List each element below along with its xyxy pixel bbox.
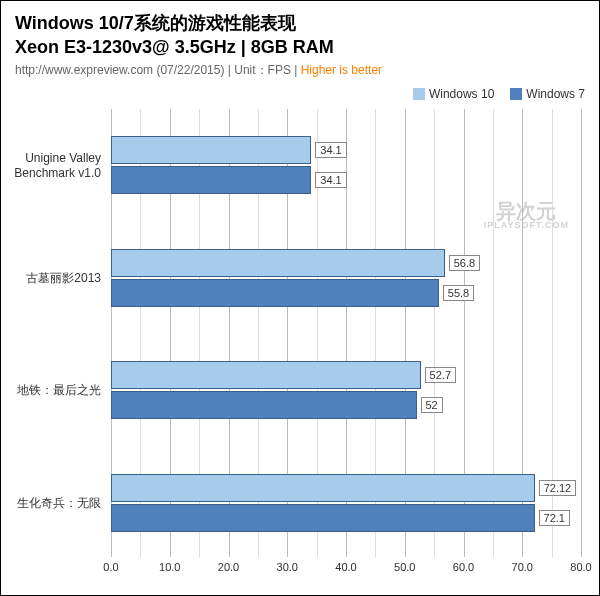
category-label: Unigine ValleyBenchmark v1.0 bbox=[14, 151, 101, 180]
bar-windows7 bbox=[111, 391, 417, 419]
grid-line bbox=[581, 109, 582, 557]
bar-windows7 bbox=[111, 504, 535, 532]
chart-legend: Windows 10 Windows 7 bbox=[15, 87, 585, 101]
bar-value-label: 56.8 bbox=[449, 255, 480, 271]
chart-subtitle: http://www.expreview.com (07/22/2015) | … bbox=[15, 62, 585, 79]
bar-value-label: 55.8 bbox=[443, 285, 474, 301]
legend-label-w10: Windows 10 bbox=[429, 87, 494, 101]
bar-value-label: 34.1 bbox=[315, 142, 346, 158]
bar-windows10 bbox=[111, 136, 311, 164]
x-axis-labels: 0.010.020.030.040.050.060.070.080.0 bbox=[111, 561, 579, 577]
x-tick-label: 40.0 bbox=[335, 561, 356, 573]
bar-windows10 bbox=[111, 361, 421, 389]
legend-item-w10: Windows 10 bbox=[413, 87, 494, 101]
bar-windows7 bbox=[111, 166, 311, 194]
category-label: 古墓丽影2013 bbox=[26, 271, 101, 285]
bar-windows10 bbox=[111, 249, 445, 277]
x-tick-label: 10.0 bbox=[159, 561, 180, 573]
legend-swatch-w10 bbox=[413, 88, 425, 100]
x-tick-label: 60.0 bbox=[453, 561, 474, 573]
x-tick-label: 50.0 bbox=[394, 561, 415, 573]
plot-area: 34.134.156.855.852.75272.1272.1 bbox=[111, 109, 579, 557]
chart-title-line1: Windows 10/7系统的游戏性能表现 bbox=[15, 11, 585, 35]
y-axis-labels: Unigine ValleyBenchmark v1.0古墓丽影2013地铁：最… bbox=[1, 109, 107, 557]
x-tick-label: 70.0 bbox=[512, 561, 533, 573]
x-tick-label: 0.0 bbox=[103, 561, 118, 573]
subtitle-text: http://www.expreview.com (07/22/2015) | … bbox=[15, 63, 301, 77]
x-tick-label: 30.0 bbox=[277, 561, 298, 573]
chart-container: Windows 10/7系统的游戏性能表现 Xeon E3-1230v3@ 3.… bbox=[0, 0, 600, 596]
legend-item-w7: Windows 7 bbox=[510, 87, 585, 101]
category-label: 生化奇兵：无限 bbox=[17, 496, 101, 510]
legend-label-w7: Windows 7 bbox=[526, 87, 585, 101]
bar-value-label: 52.7 bbox=[425, 367, 456, 383]
bar-value-label: 34.1 bbox=[315, 172, 346, 188]
x-tick-label: 80.0 bbox=[570, 561, 591, 573]
bar-windows10 bbox=[111, 474, 535, 502]
bar-value-label: 72.1 bbox=[539, 510, 570, 526]
subtitle-highlight: Higher is better bbox=[301, 63, 382, 77]
legend-swatch-w7 bbox=[510, 88, 522, 100]
category-label: 地铁：最后之光 bbox=[17, 383, 101, 397]
x-tick-label: 20.0 bbox=[218, 561, 239, 573]
bar-value-label: 72.12 bbox=[539, 480, 577, 496]
bar-value-label: 52 bbox=[421, 397, 443, 413]
chart-title-line2: Xeon E3-1230v3@ 3.5GHz | 8GB RAM bbox=[15, 37, 585, 58]
bar-windows7 bbox=[111, 279, 439, 307]
